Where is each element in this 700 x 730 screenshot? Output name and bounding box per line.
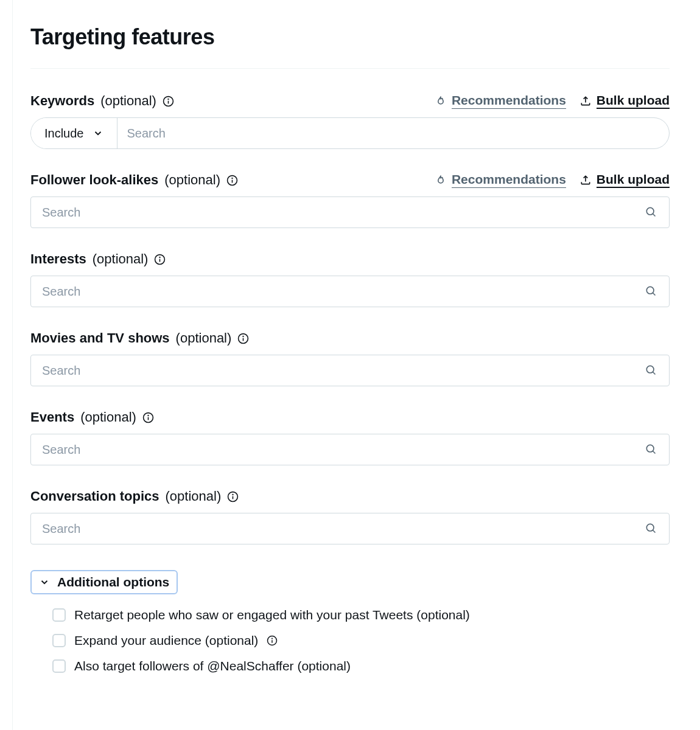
svg-line-14 bbox=[653, 293, 656, 295]
events-search-button[interactable] bbox=[641, 439, 660, 461]
option-label: Retarget people who saw or engaged with … bbox=[74, 608, 470, 622]
recommendations-text: Recommendations bbox=[452, 93, 566, 109]
events-search-input[interactable] bbox=[42, 443, 641, 457]
flame-icon bbox=[435, 95, 447, 107]
page-title: Targeting features bbox=[30, 24, 670, 50]
search-icon bbox=[645, 206, 657, 218]
interests-label: Interests bbox=[30, 251, 86, 267]
option-retarget: Retarget people who saw or engaged with … bbox=[52, 608, 670, 622]
keywords-label: Keywords bbox=[30, 93, 94, 109]
upload-icon bbox=[579, 174, 592, 186]
lookalikes-optional: (optional) bbox=[164, 172, 220, 188]
svg-point-12 bbox=[160, 257, 161, 257]
topics-label-group: Conversation topics (optional) bbox=[30, 488, 239, 504]
option-expand-audience: Expand your audience (optional) bbox=[52, 633, 670, 648]
svg-line-19 bbox=[653, 372, 656, 374]
section-topics: Conversation topics (optional) bbox=[30, 488, 670, 544]
svg-point-23 bbox=[646, 445, 654, 452]
interests-label-group: Interests (optional) bbox=[30, 251, 166, 267]
svg-line-9 bbox=[653, 214, 656, 216]
keywords-include-dropdown[interactable]: Include bbox=[31, 118, 117, 148]
info-icon[interactable] bbox=[226, 175, 238, 186]
lookalikes-search-button[interactable] bbox=[641, 202, 660, 223]
keywords-control: Include bbox=[30, 117, 670, 149]
search-icon bbox=[645, 364, 657, 376]
recommendations-text: Recommendations bbox=[452, 172, 566, 188]
chevron-down-icon bbox=[39, 577, 50, 588]
bulk-upload-text: Bulk upload bbox=[597, 93, 670, 109]
additional-options-label: Additional options bbox=[57, 575, 169, 589]
lookalikes-search-input[interactable] bbox=[42, 206, 641, 220]
movies-control bbox=[30, 355, 670, 386]
topics-label: Conversation topics bbox=[30, 488, 159, 504]
keywords-optional: (optional) bbox=[100, 93, 156, 109]
topics-control bbox=[30, 513, 670, 544]
section-interests: Interests (optional) bbox=[30, 251, 670, 307]
checkbox-retarget[interactable] bbox=[52, 608, 66, 622]
chevron-down-icon bbox=[93, 128, 103, 139]
interests-search-input[interactable] bbox=[42, 285, 641, 299]
svg-point-6 bbox=[232, 178, 233, 178]
movies-label-group: Movies and TV shows (optional) bbox=[30, 330, 249, 346]
topics-optional: (optional) bbox=[165, 488, 221, 504]
upload-icon bbox=[579, 95, 592, 107]
bulk-upload-text: Bulk upload bbox=[597, 172, 670, 188]
svg-line-29 bbox=[653, 530, 656, 532]
lookalikes-recommendations-link[interactable]: Recommendations bbox=[435, 172, 566, 188]
info-icon[interactable] bbox=[142, 412, 154, 423]
keywords-bulk-upload-link[interactable]: Bulk upload bbox=[579, 93, 670, 109]
additional-options-toggle[interactable]: Additional options bbox=[30, 570, 178, 594]
movies-optional: (optional) bbox=[176, 330, 232, 346]
info-icon[interactable] bbox=[163, 96, 174, 107]
option-target-followers: Also target followers of @NealSchaffer (… bbox=[52, 659, 670, 673]
interests-control bbox=[30, 276, 670, 307]
search-icon bbox=[645, 522, 657, 534]
topics-search-input[interactable] bbox=[42, 522, 641, 536]
section-lookalikes: Follower look-alikes (optional) Recommen… bbox=[30, 172, 670, 228]
option-label: Expand your audience (optional) bbox=[74, 633, 258, 648]
svg-point-32 bbox=[272, 638, 273, 639]
svg-point-18 bbox=[646, 366, 654, 373]
interests-optional: (optional) bbox=[93, 251, 149, 267]
keywords-label-group: Keywords (optional) bbox=[30, 93, 174, 109]
option-label: Also target followers of @NealSchaffer (… bbox=[74, 659, 351, 673]
lookalikes-control bbox=[30, 196, 670, 228]
movies-label: Movies and TV shows bbox=[30, 330, 170, 346]
topics-search-button[interactable] bbox=[641, 518, 660, 540]
svg-point-13 bbox=[646, 287, 654, 294]
dropdown-value: Include bbox=[44, 127, 84, 141]
svg-point-2 bbox=[168, 99, 169, 99]
svg-point-28 bbox=[646, 524, 654, 531]
info-icon[interactable] bbox=[267, 635, 278, 646]
svg-point-8 bbox=[646, 207, 654, 215]
checkbox-target-followers[interactable] bbox=[52, 659, 66, 673]
section-events: Events (optional) bbox=[30, 409, 670, 465]
divider bbox=[30, 68, 670, 69]
interests-search-button[interactable] bbox=[641, 281, 660, 302]
search-icon bbox=[645, 285, 657, 297]
movies-search-button[interactable] bbox=[641, 360, 660, 381]
lookalikes-label-group: Follower look-alikes (optional) bbox=[30, 172, 238, 188]
events-label: Events bbox=[30, 409, 74, 425]
svg-point-27 bbox=[233, 494, 233, 495]
additional-options-list: Retarget people who saw or engaged with … bbox=[30, 608, 670, 673]
events-control bbox=[30, 434, 670, 465]
events-optional: (optional) bbox=[80, 409, 136, 425]
search-icon bbox=[645, 443, 657, 455]
svg-line-24 bbox=[653, 451, 656, 453]
info-icon[interactable] bbox=[237, 333, 249, 344]
events-label-group: Events (optional) bbox=[30, 409, 154, 425]
lookalikes-label: Follower look-alikes bbox=[30, 172, 158, 188]
movies-search-input[interactable] bbox=[42, 364, 641, 378]
keywords-recommendations-link[interactable]: Recommendations bbox=[435, 93, 566, 109]
lookalikes-bulk-upload-link[interactable]: Bulk upload bbox=[579, 172, 670, 188]
svg-point-17 bbox=[243, 336, 243, 336]
checkbox-expand-audience[interactable] bbox=[52, 634, 66, 647]
info-icon[interactable] bbox=[227, 491, 239, 502]
section-keywords: Keywords (optional) Recommendations bbox=[30, 93, 670, 149]
flame-icon bbox=[435, 174, 447, 186]
info-icon[interactable] bbox=[154, 254, 166, 265]
section-movies: Movies and TV shows (optional) bbox=[30, 330, 670, 386]
svg-point-22 bbox=[148, 415, 149, 415]
keywords-search-input[interactable] bbox=[117, 118, 670, 148]
